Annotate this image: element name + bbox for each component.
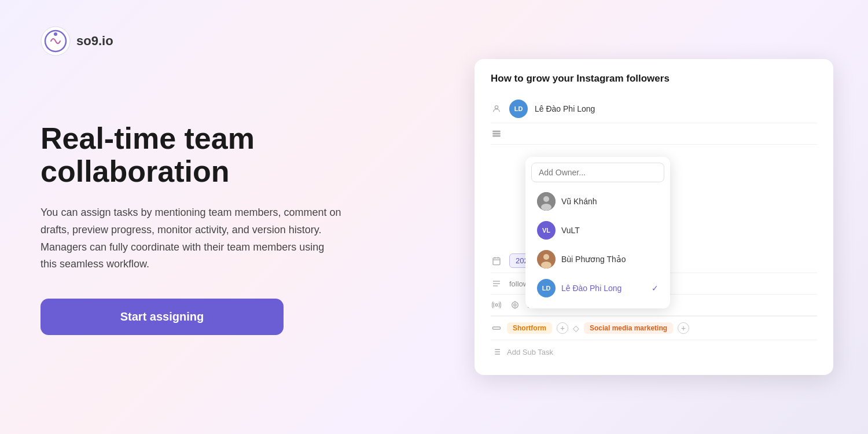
add-tag-button-left[interactable]: + — [557, 322, 568, 334]
owner-row: LD Lê Đào Phi Long — [491, 95, 817, 123]
add-subtask-label[interactable]: Add Sub Task — [507, 348, 553, 356]
svg-point-20 — [495, 304, 498, 306]
svg-point-11 — [543, 254, 549, 260]
subtask-icon — [491, 346, 502, 358]
owner-search-input[interactable] — [531, 163, 664, 182]
owner-avatar: LD — [509, 100, 528, 118]
main-content: Real-time teamcollaboration You can assi… — [41, 122, 365, 335]
member-name-le-dao: Lê Đào Phi Long — [561, 284, 646, 293]
avatar-bui-phuong-thao — [537, 250, 556, 269]
task-card: How to grow your Instagram followers LD … — [475, 59, 833, 375]
logo-icon — [41, 26, 71, 56]
avatar-vult: VL — [537, 221, 556, 240]
left-panel: so9.io Real-time teamcollaboration You c… — [41, 0, 365, 434]
svg-point-21 — [512, 302, 518, 308]
tags-row: Shortform + ◇ Social media marketing + — [491, 316, 817, 340]
svg-point-22 — [514, 304, 516, 306]
assign-row-container: Vũ Khánh VL VuLT Bùi Phương Thảo LD — [491, 123, 817, 145]
logo: so9.io — [41, 26, 113, 56]
member-name-bui: Bùi Phương Thảo — [561, 255, 659, 264]
list-icon — [491, 128, 502, 139]
svg-point-12 — [541, 262, 551, 269]
avatar-le-dao: LD — [537, 279, 556, 297]
svg-rect-25 — [492, 327, 500, 329]
person-icon — [491, 103, 502, 115]
svg-point-3 — [495, 106, 498, 109]
tag-social-media[interactable]: Social media marketing — [584, 322, 673, 334]
svg-rect-4 — [493, 131, 500, 131]
task-title: How to grow your Instagram followers — [491, 73, 817, 84]
assign-dropdown: Vũ Khánh VL VuLT Bùi Phương Thảo LD — [525, 157, 670, 308]
check-icon: ✓ — [652, 284, 659, 293]
description: You can assign tasks by mentioning team … — [41, 204, 341, 273]
right-panel: How to grow your Instagram followers LD … — [475, 59, 833, 375]
subtask-row: Add Sub Task — [491, 340, 817, 363]
svg-rect-5 — [493, 133, 500, 134]
dropdown-item-le-dao[interactable]: LD Lê Đào Phi Long ✓ — [531, 274, 664, 303]
dropdown-item-vult[interactable]: VL VuLT — [531, 216, 664, 245]
add-tag-button-right[interactable]: + — [678, 322, 689, 334]
svg-rect-13 — [493, 258, 500, 264]
svg-rect-6 — [493, 135, 500, 136]
tag-row-icon — [491, 322, 502, 334]
text-icon — [491, 278, 502, 289]
tag-shortform[interactable]: Shortform — [507, 322, 552, 334]
diamond-icon: ◇ — [573, 323, 579, 333]
start-assigning-button[interactable]: Start assigning — [41, 299, 284, 335]
assign-row — [491, 123, 817, 145]
avatar-vu-khanh — [537, 192, 556, 211]
channel-target-icon — [509, 299, 521, 311]
member-name-vult: VuLT — [561, 226, 659, 235]
logo-text: so9.io — [76, 34, 113, 49]
broadcast-icon — [491, 299, 502, 311]
svg-point-8 — [543, 196, 549, 202]
owner-name: Lê Đào Phi Long — [535, 104, 595, 113]
member-name-vu-khanh: Vũ Khánh — [561, 197, 659, 206]
dropdown-item-vu-khanh[interactable]: Vũ Khánh — [531, 187, 664, 216]
headline: Real-time teamcollaboration — [41, 122, 365, 188]
dropdown-item-bui-phuong-thao[interactable]: Bùi Phương Thảo — [531, 245, 664, 274]
svg-point-9 — [541, 204, 551, 211]
calendar-icon — [491, 255, 502, 267]
